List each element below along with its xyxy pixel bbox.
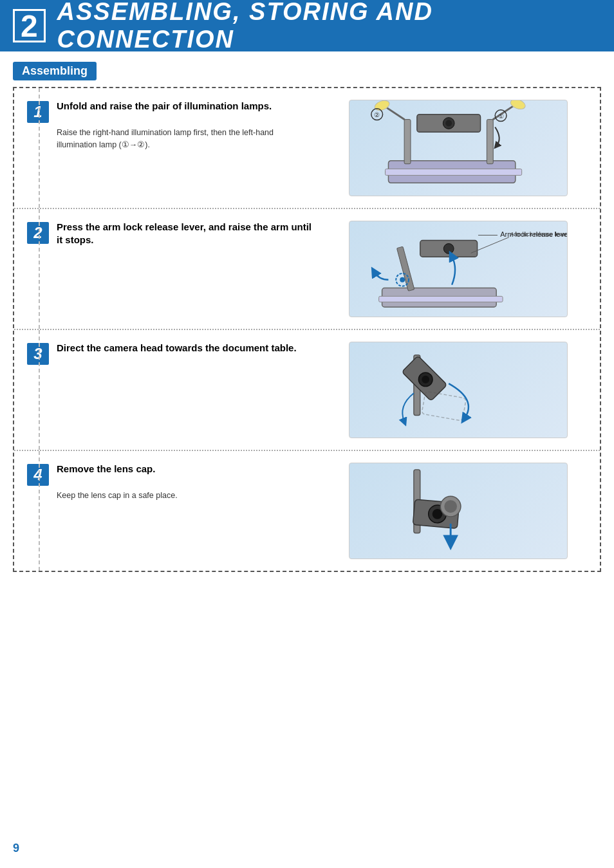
page-number: 9 — [13, 842, 19, 855]
step-1-image: ① ② — [323, 100, 593, 196]
step-1-illustration: ① ② — [349, 100, 568, 196]
svg-point-10 — [509, 100, 526, 111]
bottom-area — [0, 585, 614, 842]
step-2-left: 2 Press the arm lock release lever, and … — [14, 221, 323, 317]
step-3-heading: Direct the camera head towards the docum… — [57, 342, 297, 355]
step-4-illustration — [349, 463, 568, 559]
step-3-illustration — [349, 342, 568, 438]
step-1-badge: 1 — [27, 101, 49, 123]
chapter-title: ASSEMBLING, STORING AND CONNECTION — [57, 0, 601, 53]
svg-point-8 — [373, 100, 391, 112]
svg-point-19 — [443, 244, 454, 254]
step-4-description: Keep the lens cap in a safe place. — [27, 490, 314, 502]
step-row-1: 1 Unfold and raise the pair of illuminat… — [14, 88, 600, 209]
step-1-left: 1 Unfold and raise the pair of illuminat… — [14, 100, 323, 196]
svg-text:②: ② — [374, 111, 380, 118]
step-3-left: 3 Direct the camera head towards the doc… — [14, 342, 323, 438]
content-box: 1 Unfold and raise the pair of illuminat… — [13, 87, 601, 572]
step-2-image: Arm lock release lever — [323, 221, 593, 317]
svg-point-34 — [444, 500, 457, 513]
step-2-badge: 2 — [27, 222, 49, 244]
chapter-number: 2 — [13, 9, 46, 42]
step-1-description: Raise the right-hand illumination lamp f… — [27, 127, 314, 151]
step-row-3: 3 Direct the camera head towards the doc… — [14, 330, 600, 451]
step-2-heading: Press the arm lock release lever, and ra… — [57, 221, 314, 247]
step-1-heading: Unfold and raise the pair of illuminatio… — [57, 100, 272, 113]
svg-rect-1 — [386, 169, 522, 176]
svg-rect-16 — [379, 296, 503, 302]
svg-text:①: ① — [498, 113, 504, 120]
svg-point-21 — [400, 277, 405, 282]
step-row-2: 2 Press the arm lock release lever, and … — [14, 209, 600, 330]
step-3-image — [323, 342, 593, 438]
section-label: Assembling — [13, 62, 97, 80]
step-4-badge: 4 — [27, 464, 49, 486]
step-4-heading: Remove the lens cap. — [57, 463, 155, 476]
svg-line-7 — [386, 107, 405, 120]
arm-lock-label: Arm lock release lever — [478, 230, 568, 238]
step-3-badge: 3 — [27, 343, 49, 365]
step-row-4: 4 Remove the lens cap. Keep the lens cap… — [14, 451, 600, 571]
svg-point-6 — [445, 120, 452, 127]
step-4-left: 4 Remove the lens cap. Keep the lens cap… — [14, 463, 323, 559]
step-2-illustration: Arm lock release lever — [349, 221, 568, 317]
svg-rect-17 — [396, 246, 414, 291]
svg-rect-2 — [404, 120, 411, 164]
page-header: 2 ASSEMBLING, STORING AND CONNECTION — [0, 0, 614, 51]
svg-rect-3 — [487, 120, 493, 164]
step-4-image — [323, 463, 593, 559]
